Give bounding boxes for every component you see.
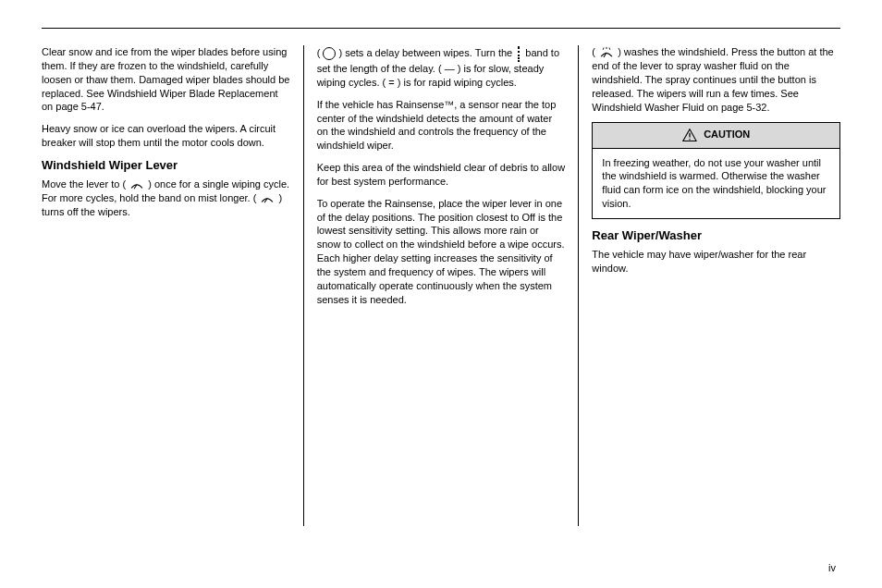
top-rule <box>42 28 840 29</box>
circle-icon <box>323 47 336 60</box>
caution-body: In freezing weather, do not use your was… <box>593 149 839 218</box>
delay-band-icon <box>515 45 522 62</box>
col2-para1: ( ) sets a delay between wipes. Turn the… <box>317 45 566 90</box>
svg-line-3 <box>603 48 604 50</box>
text-frag: ) washes the windshield. Press the butto… <box>592 46 833 113</box>
warning-triangle-icon <box>682 129 697 141</box>
windshield-wiper-icon <box>129 178 145 191</box>
col3-para2: The vehicle may have wiper/washer for th… <box>592 248 840 276</box>
column-1: Clear snow and ice from the wiper blades… <box>42 45 303 526</box>
caution-title-text: CAUTION <box>704 129 750 140</box>
col1-para2: Heavy snow or ice can overload the wiper… <box>42 122 290 150</box>
text-frag: ( <box>592 46 595 57</box>
caution-header: CAUTION <box>593 123 839 148</box>
svg-line-5 <box>609 48 610 50</box>
slow-wipe-icon: — <box>445 63 455 74</box>
caution-box: CAUTION In freezing weather, do not use … <box>592 122 840 218</box>
fast-wipe-icon: = <box>388 77 394 88</box>
col2-para4: To operate the Rainsense, place the wipe… <box>317 197 566 307</box>
content-columns: Clear snow and ice from the wiper blades… <box>42 45 840 526</box>
windshield-wiper-icon <box>259 192 276 205</box>
col3-section-title: Rear Wiper/Washer <box>592 228 840 242</box>
col1-section-title: Windshield Wiper Lever <box>42 158 290 172</box>
text-frag: ) is for rapid wiping cycles. <box>398 77 517 88</box>
column-3: ( ) washes the windshield. Press the but… <box>579 45 840 526</box>
col1-para3: Move the lever to ( ) once for a single … <box>42 178 290 219</box>
text-frag: ( <box>317 47 321 58</box>
column-2: ( ) sets a delay between wipes. Turn the… <box>304 45 579 526</box>
text-frag: Move the lever to ( <box>42 178 126 190</box>
col2-para2: If the vehicle has Rainsense™, a sensor … <box>317 98 566 153</box>
page-number: iv <box>828 562 836 573</box>
col3-para1: ( ) washes the windshield. Press the but… <box>592 45 840 114</box>
text-frag: ) sets a delay between wipes. Turn the <box>338 47 512 58</box>
windshield-washer-icon <box>598 46 615 59</box>
col2-para3: Keep this area of the windshield clear o… <box>317 161 566 189</box>
col1-para1: Clear snow and ice from the wiper blades… <box>42 45 290 114</box>
svg-point-7 <box>689 139 690 140</box>
